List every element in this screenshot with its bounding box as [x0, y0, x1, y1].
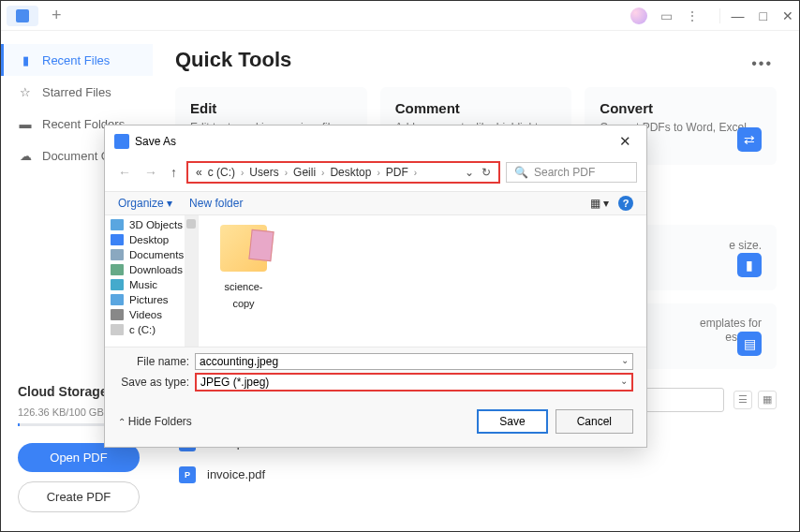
help-icon[interactable]: ? — [618, 196, 633, 211]
convert-icon: ⇄ — [737, 127, 762, 152]
file-name: invoice.pdf — [207, 467, 265, 481]
filename-input[interactable]: accounting.jpeg⌄ — [195, 353, 633, 370]
view-mode-icon[interactable]: ▦ ▾ — [590, 197, 609, 210]
refresh-icon[interactable]: ↻ — [481, 166, 491, 179]
sidebar-item-starred-files[interactable]: ☆ Starred Files — [1, 76, 153, 108]
close-window-button[interactable]: ✕ — [782, 8, 793, 23]
folder-item-science-copy[interactable]: science-copy — [215, 225, 272, 311]
dialog-nav-row: ← → ↑ « c (C:)› Users› Geili› Desktop› P… — [105, 157, 646, 191]
tab-icon — [16, 9, 29, 22]
cloud-icon: ☁ — [18, 148, 33, 163]
file-browser-area[interactable]: science-copy — [199, 215, 646, 347]
save-as-dialog: Save As ✕ ← → ↑ « c (C:)› Users› Geili› … — [104, 125, 647, 448]
search-icon: 🔍 — [514, 166, 528, 179]
star-icon: ☆ — [18, 84, 33, 99]
breadcrumb-dropdown-icon[interactable]: ⌄ — [465, 166, 474, 179]
sidebar-item-label: Starred Files — [42, 85, 111, 99]
dialog-form: File name: accounting.jpeg⌄ Save as type… — [105, 347, 646, 400]
savetype-select[interactable]: JPEG (*.jpeg)⌄ — [195, 373, 633, 392]
card-partial-text: emplates for — [700, 317, 762, 330]
kebab-menu-icon[interactable]: ⋮ — [686, 8, 699, 23]
compress-icon: ▮ — [737, 253, 762, 277]
minimize-button[interactable]: — — [732, 8, 745, 23]
notification-icon[interactable]: ▭ — [660, 8, 673, 23]
sidebar-item-recent-files[interactable]: ▮ Recent Files — [1, 44, 153, 76]
window-controls: — □ ✕ — [719, 8, 793, 23]
account-avatar[interactable] — [630, 7, 647, 24]
nav-up-button[interactable]: ↑ — [167, 163, 181, 182]
folder-tree: 3D Objects Desktop Documents Downloads M… — [105, 215, 199, 347]
dialog-toolbar: Organize ▾ New folder ▦ ▾ ? — [105, 191, 646, 215]
hide-folders-toggle[interactable]: Hide Folders — [118, 415, 192, 428]
dialog-body: 3D Objects Desktop Documents Downloads M… — [105, 215, 646, 347]
organize-menu[interactable]: Organize ▾ — [118, 197, 172, 210]
sidebar-item-label: Recent Files — [42, 53, 110, 67]
card-title: Edit — [190, 100, 352, 116]
search-placeholder: Search PDF — [534, 166, 595, 179]
tree-scrollbar[interactable] — [185, 215, 198, 347]
grid-view-icon[interactable]: ▦ — [758, 391, 777, 409]
pdf-icon: P — [179, 466, 196, 483]
dialog-footer: Hide Folders Save Cancel — [105, 400, 646, 447]
breadcrumb-segment[interactable]: Geili — [293, 166, 316, 179]
file-item[interactable]: P invoice.pdf — [175, 459, 777, 491]
breadcrumb-segment[interactable]: Desktop — [330, 166, 371, 179]
card-title: Comment — [395, 100, 557, 116]
folder-name: science-copy — [225, 281, 263, 309]
create-pdf-button[interactable]: Create PDF — [18, 481, 140, 512]
page-title: Quick Tools — [175, 48, 777, 72]
dialog-close-button[interactable]: ✕ — [614, 131, 637, 152]
template-icon: ▤ — [737, 332, 762, 356]
breadcrumb-path[interactable]: « c (C:)› Users› Geili› Desktop› PDF› ⌄ … — [186, 161, 500, 184]
dialog-titlebar: Save As ✕ — [105, 126, 646, 157]
cancel-button[interactable]: Cancel — [556, 409, 633, 434]
app-tab[interactable] — [7, 6, 38, 26]
folder-icon: ▬ — [18, 116, 33, 131]
breadcrumb-segment[interactable]: PDF — [386, 166, 408, 179]
breadcrumb-segment[interactable]: c (C:) — [208, 166, 235, 179]
maximize-button[interactable]: □ — [760, 8, 767, 23]
new-folder-button[interactable]: New folder — [189, 197, 243, 210]
list-view-icon[interactable]: ☰ — [733, 391, 752, 409]
dialog-title: Save As — [135, 135, 176, 148]
more-options-icon[interactable]: ••• — [751, 55, 773, 72]
save-button[interactable]: Save — [477, 409, 547, 434]
filename-label: File name: — [118, 355, 195, 368]
dialog-search-input[interactable]: 🔍 Search PDF — [506, 162, 637, 183]
recent-icon: ▮ — [18, 52, 33, 67]
folder-thumbnail-icon — [220, 225, 267, 272]
breadcrumb-segment[interactable]: Users — [249, 166, 278, 179]
savetype-label: Save as type: — [118, 376, 195, 389]
dialog-app-icon — [114, 134, 129, 149]
nav-back-button[interactable]: ← — [114, 163, 135, 182]
new-tab-button[interactable]: + — [44, 6, 69, 25]
nav-forward-button[interactable]: → — [141, 163, 161, 182]
card-title: Convert — [600, 100, 762, 116]
titlebar: + ▭ ⋮ — □ ✕ — [1, 1, 799, 31]
